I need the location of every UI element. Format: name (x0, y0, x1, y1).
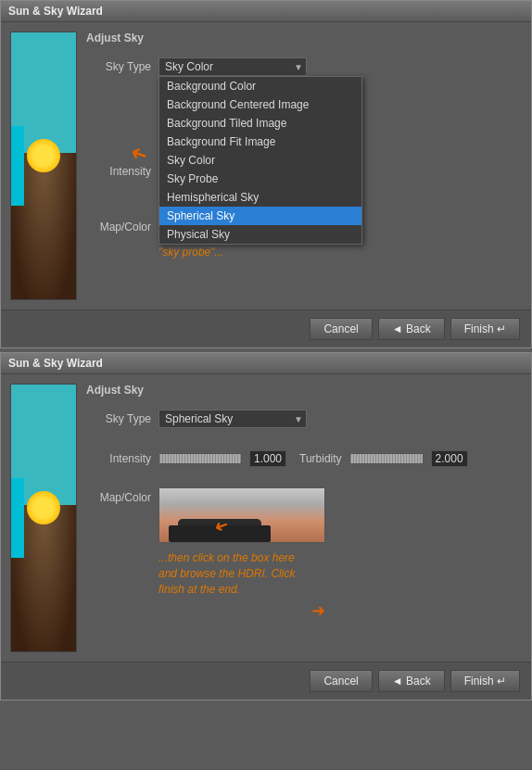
menu-item-sky-probe[interactable]: Sky Probe (159, 170, 361, 188)
menu-item-bg-centered[interactable]: Background Centered Image (159, 95, 361, 114)
map-area: ➜ ...then click on the box here and brow… (158, 487, 325, 621)
settings-panel-2: Adjust Sky Sky Type Spherical Sky ▼ Inte… (86, 384, 522, 652)
sky-type-dropdown-container: Sky Color ▼ Background Color Background … (158, 57, 307, 76)
menu-item-hemispherical[interactable]: Hemispherical Sky (159, 188, 361, 207)
sun-preview-2 (27, 491, 60, 524)
sky-type-row-1: Sky Type Sky Color ▼ Background Color Ba… (86, 57, 522, 76)
map-color-label-2: Map/Color (86, 491, 151, 504)
sky-type-label-2: Sky Type (86, 412, 151, 425)
menu-item-bg-color[interactable]: Background Color (159, 77, 361, 95)
turbidity-label: Turbidity (299, 452, 342, 465)
wizard-title-1: Sun & Sky Wizard (1, 1, 531, 22)
map-color-label-1: Map/Color (86, 221, 151, 234)
wizard-footer-2: Cancel ◄ Back Finish ↵ (1, 662, 531, 700)
intensity-slider-2[interactable] (158, 453, 242, 464)
sky-type-label-1: Sky Type (86, 60, 151, 73)
wizard-panel-2: Sun & Sky Wizard Adjust Sky Sky Type Sph… (0, 352, 532, 701)
finish-button-2[interactable]: Finish ↵ (450, 670, 520, 692)
map-color-row-2: Map/Color ➜ ...then clic (86, 487, 522, 621)
turbidity-value[interactable]: 2.000 (431, 450, 468, 467)
sky-type-row-2: Sky Type Spherical Sky ▼ (86, 410, 522, 428)
menu-item-bg-tiled[interactable]: Background Tiled Image (159, 114, 361, 133)
menu-item-physical[interactable]: Physical Sky (159, 225, 361, 244)
back-button-1[interactable]: ◄ Back (378, 318, 445, 340)
intensity-label-2: Intensity (86, 452, 151, 465)
cancel-button-2[interactable]: Cancel (310, 670, 372, 692)
finish-arrow: ➜ (158, 600, 325, 621)
cancel-button-1[interactable]: Cancel (310, 318, 372, 340)
turbidity-slider[interactable] (349, 453, 424, 464)
title-text-1: Sun & Sky Wizard (8, 5, 103, 18)
preview-panel-1 (10, 32, 77, 300)
intensity-value-2[interactable]: 1.000 (249, 450, 286, 467)
sky-type-dropdown[interactable]: Sky Color ▼ (158, 57, 307, 76)
menu-item-spherical[interactable]: Spherical Sky (159, 207, 361, 225)
sky-type-menu: Background Color Background Centered Ima… (158, 76, 362, 245)
cyan-bar (11, 126, 24, 206)
sky-type-dropdown-2[interactable]: Spherical Sky ▼ (158, 410, 307, 428)
intensity-turbidity-row: Intensity 1.000 Turbidity 2.000 (86, 450, 522, 467)
cyan-bar-2 (11, 478, 24, 558)
finish-button-1[interactable]: Finish ↵ (450, 318, 520, 340)
wizard-panel-1: Sun & Sky Wizard Adjust Sky Sky Type Sky… (0, 0, 532, 348)
back-button-2[interactable]: ◄ Back (378, 670, 445, 692)
wizard-title-2: Sun & Sky Wizard (1, 353, 531, 374)
section-title-1: Adjust Sky (86, 32, 522, 44)
menu-item-sky-color[interactable]: Sky Color (159, 151, 361, 170)
menu-item-bg-fit[interactable]: Background Fit Image (159, 133, 361, 151)
title-text-2: Sun & Sky Wizard (8, 357, 103, 370)
preview-panel-2 (10, 384, 77, 652)
sun-preview (27, 139, 60, 172)
map-thumbnail[interactable]: ➜ (158, 487, 325, 543)
annotation-2: ...then click on the box here and browse… (158, 550, 325, 597)
settings-panel-1: Adjust Sky Sky Type Sky Color ▼ Backgrou… (86, 32, 522, 300)
section-title-2: Adjust Sky (86, 384, 522, 397)
wizard-footer-1: Cancel ◄ Back Finish ↵ (1, 309, 531, 347)
sky-type-selected-2[interactable]: Spherical Sky (158, 410, 307, 428)
sky-type-selected[interactable]: Sky Color (158, 57, 307, 76)
